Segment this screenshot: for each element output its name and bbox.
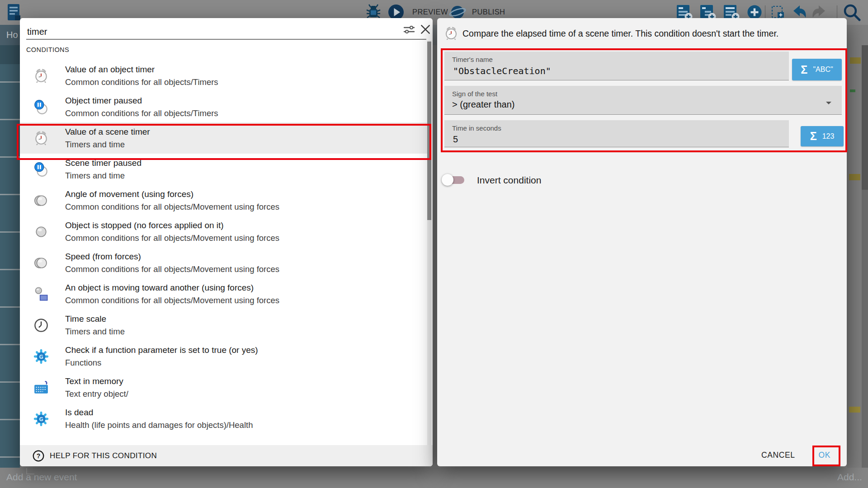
events-sheet-left-edge — [0, 45, 20, 468]
cancel-button[interactable]: CANCEL — [756, 446, 801, 465]
condition-list-item[interactable]: G Is dead Health (life points and damage… — [20, 403, 429, 434]
sign-of-test-value: > (greater than) — [452, 99, 810, 110]
condition-list-item[interactable]: An object is moving toward another (usin… — [20, 278, 429, 310]
discs-icon — [33, 255, 49, 271]
event-chip — [849, 407, 860, 413]
condition-list-item[interactable]: Value of a scene timer Timers and time — [20, 122, 429, 154]
preview-button[interactable]: PREVIEW — [412, 8, 448, 16]
help-icon: ? — [33, 450, 44, 462]
filter-icon[interactable] — [403, 25, 415, 35]
pause-clock-icon — [33, 162, 49, 177]
timer-name-input[interactable] — [452, 65, 764, 77]
condition-title: Object timer paused — [65, 94, 218, 107]
disc-icon — [33, 224, 49, 239]
pause-clock-icon — [33, 99, 49, 115]
condition-path: Timers and time — [65, 138, 150, 151]
svg-text:G: G — [39, 353, 43, 360]
events-sheet-left-edge-top — [0, 45, 20, 64]
gear-icon: G — [33, 349, 49, 364]
gdevelop-app: PREVIEW PUBLISH Ho Add a new event Add..… — [0, 0, 868, 488]
expression-abc-button[interactable]: Σ "ABC" — [792, 59, 842, 80]
timer-name-label: Timer's name — [452, 56, 493, 63]
sign-of-test-label: Sign of the test — [452, 90, 497, 98]
events-scrollbar-thumb[interactable] — [862, 45, 868, 190]
invert-condition-label: Invert condition — [477, 175, 541, 186]
add-new-event-link[interactable]: Add a new event — [6, 472, 77, 483]
list-scrollbar-thumb[interactable] — [427, 42, 431, 220]
keyboard-icon — [33, 380, 49, 395]
condition-path: Common conditions for all objects/Moveme… — [65, 294, 279, 307]
condition-path: Common conditions for all objects/Timers — [65, 76, 218, 89]
condition-path: Common conditions for all objects/Moveme… — [65, 263, 279, 276]
condition-list-item[interactable]: Value of an object timer Common conditio… — [20, 60, 429, 91]
abc-button-label: "ABC" — [813, 66, 833, 74]
tab-home-label: Ho — [6, 30, 18, 40]
condition-title: Scene timer paused — [65, 157, 142, 169]
condition-title: Text in memory — [65, 375, 128, 388]
ok-button[interactable]: OK — [813, 446, 836, 465]
expression-123-button[interactable]: Σ 123 — [801, 126, 844, 146]
events-sheet-bottom — [0, 468, 868, 488]
123-button-label: 123 — [822, 132, 835, 141]
search-input[interactable] — [26, 23, 399, 40]
alarm-clock-icon — [444, 26, 458, 41]
svg-text:G: G — [39, 416, 43, 422]
condition-list-item[interactable]: Speed (from forces) Common conditions fo… — [20, 247, 429, 278]
toolbar-divider — [837, 5, 837, 19]
help-label: HELP FOR THIS CONDITION — [50, 451, 157, 460]
condition-title: Is dead — [65, 406, 253, 419]
invert-condition-toggle[interactable]: Invert condition — [443, 174, 541, 187]
condition-title: Value of an object timer — [65, 63, 218, 76]
clock-icon — [33, 318, 49, 333]
time-in-seconds-input[interactable] — [452, 134, 764, 145]
chevron-down-icon — [826, 99, 832, 102]
close-icon[interactable] — [420, 23, 431, 35]
event-chip — [850, 57, 861, 64]
condition-list-item[interactable]: Scene timer paused Timers and time — [20, 154, 429, 185]
time-in-seconds-field[interactable]: Time in seconds — [444, 120, 789, 147]
svg-text:?: ? — [37, 452, 41, 460]
condition-path: Common conditions for all objects/Timers — [65, 107, 218, 120]
search-underline — [26, 39, 426, 40]
add-more-link[interactable]: Add... — [837, 472, 862, 483]
event-chip — [849, 174, 860, 180]
condition-title: Time scale — [65, 313, 125, 325]
toggle-track[interactable] — [443, 176, 464, 184]
condition-path: Text entry object/ — [65, 388, 128, 400]
condition-path: Common conditions for all objects/Moveme… — [65, 232, 279, 244]
publish-button[interactable]: PUBLISH — [472, 8, 505, 16]
condition-title: Speed (from forces) — [65, 250, 279, 263]
condition-description: Compare the elapsed time of a scene time… — [462, 28, 778, 39]
conditions-section-header: CONDITIONS — [26, 46, 69, 53]
sigma-icon: Σ — [810, 130, 817, 143]
condition-path: Health (life points and damages for obje… — [65, 419, 253, 432]
condition-title: Value of a scene timer — [65, 126, 150, 138]
toggle-knob[interactable] — [442, 174, 453, 186]
condition-path: Timers and time — [65, 325, 125, 338]
condition-list-item[interactable]: G Check if a function parameter is set t… — [20, 341, 429, 372]
condition-list-item[interactable]: Object timer paused Common conditions fo… — [20, 91, 429, 122]
alarm-clock-icon — [33, 131, 49, 146]
toolbar-divider — [765, 5, 765, 19]
sign-of-test-select[interactable]: Sign of the test > (greater than) — [444, 86, 842, 115]
condition-title: Object is stopped (no forces applied on … — [65, 219, 279, 232]
help-for-condition-button[interactable]: ? HELP FOR THIS CONDITION — [20, 445, 433, 466]
time-in-seconds-label: Time in seconds — [452, 124, 501, 132]
disc-square-icon — [33, 286, 49, 302]
alarm-clock-icon — [33, 68, 49, 84]
condition-title: Check if a function parameter is set to … — [65, 344, 258, 357]
condition-path: Functions — [65, 357, 258, 369]
conditions-list: Value of an object timer Common conditio… — [20, 60, 429, 445]
event-chip — [850, 89, 855, 92]
gear-icon: G — [33, 411, 49, 427]
timer-name-field[interactable]: Timer's name — [444, 52, 789, 80]
condition-editor-dialog: Compare the elapsed time of a scene time… — [437, 18, 847, 466]
condition-title: An object is moving toward another (usin… — [65, 282, 279, 294]
condition-list-item[interactable]: Time scale Timers and time — [20, 310, 429, 341]
condition-list-item[interactable]: Text in memory Text entry object/ — [20, 372, 429, 403]
condition-path: Common conditions for all objects/Moveme… — [65, 201, 279, 213]
condition-picker-dialog: CONDITIONS Value of an object timer Comm… — [20, 18, 433, 466]
condition-list-item[interactable]: Angle of movement (using forces) Common … — [20, 185, 429, 216]
condition-path: Timers and time — [65, 169, 142, 182]
condition-list-item[interactable]: Object is stopped (no forces applied on … — [20, 216, 429, 247]
